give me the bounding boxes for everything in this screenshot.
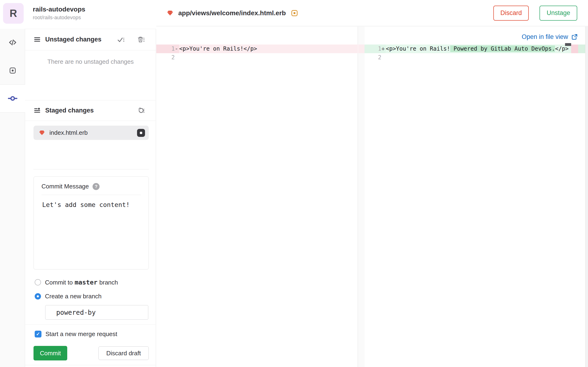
project-header: R rails-autodevops root/rails-autodevops [0, 0, 156, 29]
review-icon [9, 67, 16, 74]
external-link-icon [571, 34, 578, 40]
activity-bar [0, 0, 25, 367]
project-title: rails-autodevops [33, 6, 85, 13]
tab-review[interactable] [0, 57, 25, 85]
diff-editor: 1- <p>You're on Rails!</p> 2 1+ <p>You'r… [156, 26, 588, 367]
new-branch-name-input[interactable] [45, 305, 148, 320]
commit-to-branch-label: Commit tomasterbranch [45, 279, 118, 286]
deleted-code-line[interactable]: <p>You're on Rails!</p> [179, 44, 257, 53]
diff-pane-modified[interactable]: 1+ <p>You're on Rails! Powered by GitLab… [358, 26, 585, 367]
help-icon[interactable]: ? [92, 183, 99, 190]
tab-edit[interactable] [0, 28, 25, 57]
commit-to-branch-option[interactable]: Commit tomasterbranch [35, 278, 118, 287]
unstaged-changes-title: Unstaged changes [45, 36, 101, 43]
line-number: 1- [156, 44, 179, 53]
overview-added-mark [578, 44, 585, 53]
discard-all-button[interactable] [137, 36, 145, 43]
commit-icon [8, 93, 17, 103]
branch-name-master: master [74, 279, 98, 286]
divider [25, 29, 156, 29]
radio-unchecked[interactable] [35, 279, 41, 285]
divider [25, 324, 156, 325]
create-new-branch-option[interactable]: Create a new branch [35, 292, 101, 301]
modified-badge-orange-icon [291, 10, 297, 16]
deleted-region-mark [358, 44, 365, 53]
page-scrollbar[interactable] [585, 26, 588, 367]
commit-message-card: Commit Message ? Let's add some content! [33, 176, 149, 269]
added-code-line[interactable]: <p>You're on Rails! Powered by GitLab Au… [386, 44, 569, 53]
commit-panel: Unstaged changes There are no unstaged c… [25, 0, 156, 367]
project-avatar: R [3, 3, 24, 24]
radio-checked[interactable] [35, 293, 41, 300]
create-new-branch-label: Create a new branch [45, 293, 101, 300]
staged-changes-header: Staged changes [25, 100, 156, 121]
unstaged-empty-message: There are no unstaged changes [25, 58, 156, 65]
open-in-file-view-link[interactable]: Open in file view [522, 33, 578, 41]
open-in-file-view-label: Open in file view [522, 33, 568, 41]
line-number: 1+ [365, 44, 386, 53]
added-word-highlight: Powered by GitLab Auto DevOps. [450, 45, 555, 52]
commit-button[interactable]: Commit [33, 346, 67, 360]
editor-margin-strip [358, 26, 365, 367]
divider [33, 169, 149, 169]
line-number: 2 [156, 53, 175, 62]
diff-file-path: app/views/welcome/index.html.erb [178, 9, 286, 17]
project-path: root/rails-autodevops [33, 15, 81, 21]
staged-list-icon [33, 107, 41, 114]
staged-file-row[interactable]: index.html.erb [33, 126, 149, 140]
diff-file-header: app/views/welcome/index.html.erb Discard… [156, 0, 588, 26]
tab-commit[interactable] [0, 84, 25, 112]
ruby-file-icon [167, 10, 174, 17]
list-icon [33, 36, 41, 43]
divider [25, 365, 156, 365]
scrollbar-thumb[interactable] [565, 43, 571, 46]
unstaged-changes-header: Unstaged changes [25, 29, 156, 50]
start-merge-request-label: Start a new merge request [45, 330, 117, 338]
diff-panel: app/views/welcome/index.html.erb Discard… [156, 0, 588, 367]
code-icon [8, 38, 17, 47]
line-number: 2 [365, 53, 382, 62]
stage-all-button[interactable] [117, 36, 125, 43]
start-merge-request-option[interactable]: Start a new merge request [35, 330, 117, 337]
staged-changes-title: Staged changes [45, 107, 94, 114]
commit-message-input[interactable]: Let's add some content! [34, 195, 148, 214]
unstage-all-button[interactable] [137, 107, 145, 114]
ruby-file-icon [39, 130, 45, 136]
unstage-button[interactable]: Unstage [539, 6, 577, 21]
modified-badge-icon [137, 129, 145, 137]
commit-message-label: Commit Message [41, 183, 89, 190]
diff-pane-original[interactable]: 1- <p>You're on Rails!</p> 2 [156, 26, 358, 367]
discard-draft-button[interactable]: Discard draft [98, 346, 149, 360]
staged-file-name: index.html.erb [49, 129, 88, 136]
checkbox-checked[interactable] [35, 331, 41, 337]
overview-deleted-mark [571, 44, 578, 53]
discard-button[interactable]: Discard [493, 6, 529, 21]
